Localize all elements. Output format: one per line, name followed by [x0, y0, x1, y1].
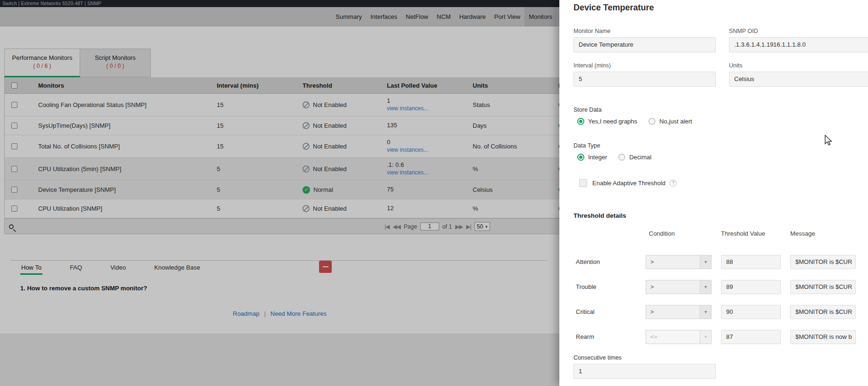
interval-input[interactable]: 5: [573, 72, 716, 87]
message-input-trouble[interactable]: $MONITOR is $CUR: [790, 280, 856, 294]
chevron-down-icon: ▾: [700, 280, 711, 294]
condition-value: >: [646, 280, 700, 294]
chevron-down-icon: ▾: [700, 255, 711, 269]
units-input[interactable]: Celsius: [729, 72, 868, 87]
threshold-value-input-rearm[interactable]: 87: [721, 330, 781, 344]
radio-label: Yes,I need graphs: [588, 118, 637, 125]
chevron-down-icon: ▾: [700, 330, 711, 344]
units-label: Units: [729, 62, 742, 69]
threshold-row-label: Rearm: [576, 333, 594, 340]
condition-select-trouble[interactable]: >▾: [646, 280, 712, 294]
consecutive-times-input[interactable]: 1: [573, 364, 716, 379]
condition-value: >: [646, 305, 700, 319]
threshold-row-label: Critical: [576, 308, 595, 315]
threshold-details-title: Threshold details: [573, 212, 626, 219]
store-data-label: Store Data: [573, 107, 602, 113]
mouse-cursor: [824, 135, 835, 146]
snmp-oid-input[interactable]: .1.3.6.1.4.1.1916.1.1.1.8.0: [729, 37, 868, 52]
radio-unselected-icon[interactable]: [648, 118, 655, 125]
message-column-header: Message: [790, 230, 815, 237]
radio-option-no-just-alert[interactable]: No,just alert: [648, 118, 692, 125]
modal-dim-overlay: [0, 0, 559, 386]
store-data-radio-group: Yes,I need graphsNo,just alert: [577, 118, 704, 125]
condition-select-critical[interactable]: >▾: [646, 305, 712, 319]
monitor-name-input[interactable]: Device Temperature: [573, 37, 716, 52]
condition-column-header: Condition: [649, 230, 675, 237]
interval-label: Interval (mins): [573, 62, 611, 69]
message-input-critical[interactable]: $MONITOR is $CUR: [790, 305, 856, 319]
threshold-value-column-header: Threshold Value: [721, 230, 765, 237]
adaptive-threshold-label: Enable Adaptive Threshold: [592, 180, 665, 187]
radio-unselected-icon[interactable]: [618, 154, 625, 161]
radio-label: Decimal: [629, 154, 651, 161]
adaptive-threshold-checkbox[interactable]: [579, 179, 587, 187]
consecutive-times-label: Consecutive times: [573, 354, 622, 361]
condition-select-rearm: <=▾: [646, 330, 712, 344]
monitor-name-label: Monitor Name: [573, 28, 611, 34]
radio-label: Integer: [588, 154, 607, 161]
threshold-value-input-trouble[interactable]: 89: [721, 280, 781, 294]
chevron-down-icon: ▾: [700, 305, 711, 319]
condition-value: >: [646, 255, 700, 269]
snmp-oid-label: SNMP OID: [729, 28, 758, 34]
threshold-row-label: Attention: [576, 258, 600, 265]
condition-value: <=: [646, 330, 700, 344]
help-icon[interactable]: ?: [670, 180, 677, 187]
device-temperature-edit-panel: Device Temperature Monitor Name SNMP OID…: [559, 0, 868, 386]
data-type-radio-group: IntegerDecimal: [577, 154, 663, 161]
threshold-value-input-critical[interactable]: 90: [721, 305, 781, 319]
panel-title: Device Temperature: [573, 3, 654, 13]
radio-option-decimal[interactable]: Decimal: [618, 154, 651, 161]
radio-label: No,just alert: [659, 118, 692, 125]
radio-option-integer[interactable]: Integer: [577, 154, 607, 161]
threshold-value-input-attention[interactable]: 88: [721, 255, 781, 269]
message-input-attention[interactable]: $MONITOR is $CUR: [790, 255, 856, 269]
condition-select-attention[interactable]: >▾: [646, 255, 712, 269]
radio-option-yes-i-need-graphs[interactable]: Yes,I need graphs: [577, 118, 637, 125]
threshold-row-label: Trouble: [576, 283, 597, 290]
message-input-rearm[interactable]: $MONITOR is now b: [790, 330, 856, 344]
data-type-label: Data Type: [573, 142, 600, 149]
radio-selected-icon[interactable]: [577, 154, 584, 161]
adaptive-threshold-row: Enable Adaptive Threshold ?: [579, 179, 677, 187]
radio-selected-icon[interactable]: [577, 118, 584, 125]
